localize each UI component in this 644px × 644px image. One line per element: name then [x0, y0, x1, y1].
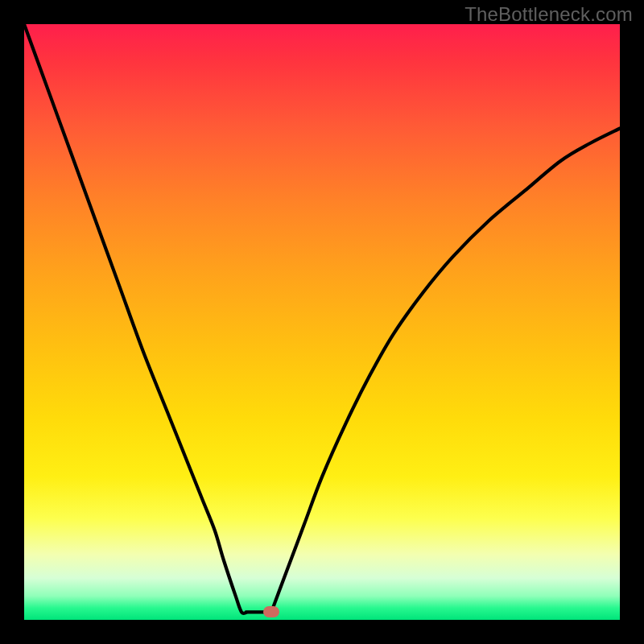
watermark-text: TheBottleneck.com — [464, 3, 633, 26]
chart-frame: TheBottleneck.com — [0, 0, 644, 644]
optimum-marker — [263, 606, 279, 617]
plot-area — [24, 24, 620, 620]
bottleneck-curve — [24, 24, 620, 620]
